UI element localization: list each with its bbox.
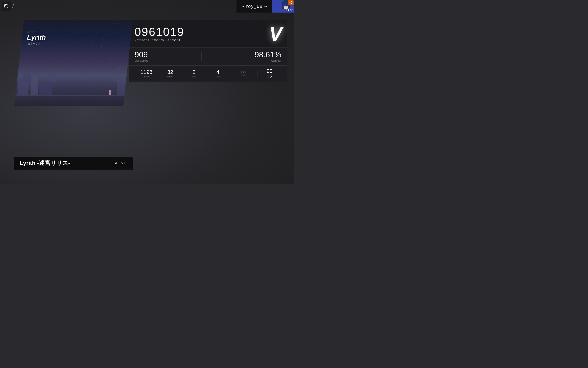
max-combo-value: 909	[134, 51, 148, 59]
album-subtitle2: -迷宮リリス-	[27, 42, 46, 45]
username-label: ~ roy_68 ~	[242, 4, 267, 9]
early-late-label: Early Late	[241, 71, 246, 77]
svg-rect-6	[282, 3, 284, 9]
miss-stat: 4 Miss	[206, 69, 230, 78]
score-left: 0961019 NEW BEST 0955825 +0005194	[134, 26, 184, 42]
early-value: 20	[266, 68, 272, 74]
max-combo-label: Max Combo	[134, 59, 148, 62]
late-label: Late	[242, 74, 246, 76]
stats-section: 909 Max Combo 98.61% Accuracy	[129, 47, 287, 66]
bad-value: 2	[192, 69, 196, 75]
early-label: Early	[241, 71, 246, 73]
score-number: 0961019	[134, 26, 184, 38]
city-block	[17, 81, 29, 95]
album-jp-title: ユメミド	[27, 30, 46, 33]
album-art: ユメミド Lyrith -迷宮リリス-	[14, 20, 133, 106]
city-block	[39, 84, 52, 95]
username-box: ~ roy_68 ~	[237, 0, 272, 13]
late-value: 12	[266, 74, 272, 79]
perfect-stat: 1198 Perfect	[134, 69, 158, 78]
platform-line	[14, 95, 133, 96]
accuracy-value: 98.61%	[255, 51, 281, 59]
good-stat: 32 Good	[158, 69, 182, 78]
city-block	[30, 77, 38, 95]
bad-stat: 2 Bad	[182, 69, 206, 78]
album-art-container: ユメミド Lyrith -迷宮リリス-	[14, 20, 133, 106]
arc-ring-4	[101, 33, 128, 60]
rating-box: 14.93	[286, 9, 293, 12]
song-difficulty: AT Lv.16	[115, 161, 127, 165]
bad-label: Bad	[192, 75, 196, 78]
score-best-row: NEW BEST 0955825 +0005194	[134, 39, 184, 42]
early-late-values-stat: 20 12	[258, 68, 281, 79]
perfect-value: 1198	[141, 69, 152, 75]
song-name: Lyrith -迷宮リリス-	[20, 159, 111, 167]
accuracy-stat: 98.61% Accuracy	[255, 51, 281, 62]
good-label: Good	[167, 75, 173, 78]
top-right: ~ roy_68 ~	[237, 0, 294, 13]
svg-point-10	[285, 5, 286, 5]
level-badge: 45	[288, 0, 294, 5]
grade-display: V	[269, 24, 281, 44]
score-section: 0961019 NEW BEST 0955825 +0005194 V	[129, 20, 287, 47]
top-left: /	[2, 2, 14, 11]
svg-point-11	[283, 6, 285, 7]
album-title-overlay: ユメミド Lyrith -迷宮リリス-	[27, 30, 46, 45]
early-late-stat: Early Late	[230, 71, 258, 77]
new-best-label: NEW BEST	[134, 39, 150, 42]
miss-label: Miss	[216, 75, 220, 78]
city-block	[23, 73, 32, 83]
prev-best-value: 0955825	[152, 39, 164, 42]
results-panel: 0961019 NEW BEST 0955825 +0005194 V 909 …	[129, 20, 287, 170]
back-button[interactable]	[2, 2, 11, 11]
avatar-box: 45 14.93	[272, 0, 294, 13]
good-value: 32	[167, 69, 173, 75]
slash-divider: /	[12, 3, 14, 9]
main-content: ユメミド Lyrith -迷宮リリス- Lyrith -迷宮リリス- AT Lv…	[14, 20, 287, 170]
album-section: ユメミド Lyrith -迷宮リリス- Lyrith -迷宮リリス- AT Lv…	[14, 20, 126, 170]
city-block	[109, 62, 115, 70]
score-diff: +0005194	[166, 39, 180, 42]
accuracy-label: Accuracy	[271, 59, 281, 62]
refresh-icon	[4, 4, 9, 9]
city-block	[50, 70, 57, 83]
character-silhouette	[109, 90, 111, 95]
city-block	[117, 79, 126, 95]
song-info-bar: Lyrith -迷宮リリス- AT Lv.16	[14, 157, 133, 170]
top-bar: / ~ roy_68 ~	[0, 0, 294, 13]
max-combo-stat: 909 Max Combo	[134, 51, 148, 62]
breakdown-section: 1198 Perfect 32 Good 2 Bad 4 Miss Early …	[129, 66, 287, 82]
perfect-label: Perfect	[143, 75, 150, 78]
miss-value: 4	[216, 69, 219, 75]
album-main-title: Lyrith	[27, 34, 46, 41]
